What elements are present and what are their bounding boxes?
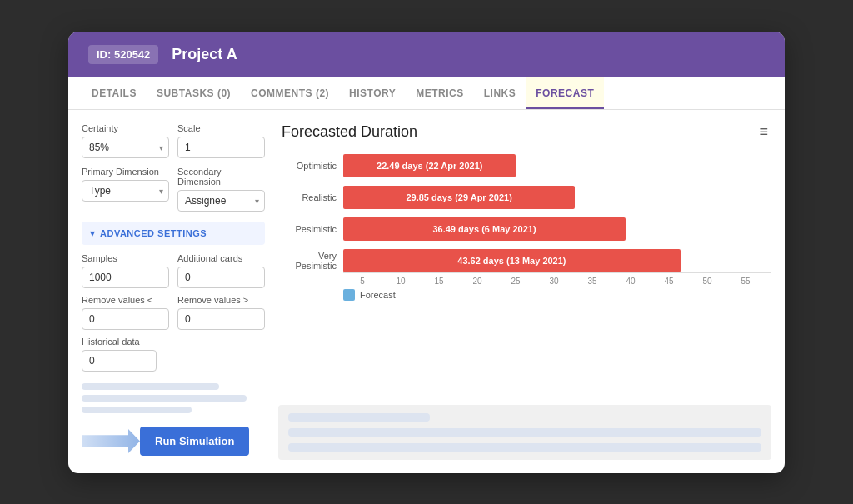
main-card: ID: 520542 Project A DETAILS SUBTASKS (0… bbox=[68, 32, 785, 473]
historical-label: Historical data bbox=[82, 337, 265, 347]
bar-row: Pesimistic36.49 days (6 May 2021) bbox=[278, 217, 765, 241]
bottom-skeleton-line-1 bbox=[288, 413, 430, 422]
primary-label: Primary Dimension bbox=[82, 167, 169, 177]
primary-select-wrap: Type bbox=[82, 180, 169, 202]
bar-fill: 43.62 days (13 May 2021) bbox=[343, 249, 681, 272]
additional-cards-group: Additional cards bbox=[177, 253, 265, 288]
remove-less-group: Remove values < bbox=[82, 295, 169, 330]
advanced-settings-toggle[interactable]: ▾ ADVANCED SETTINGS bbox=[82, 222, 265, 245]
bar-track: 43.62 days (13 May 2021) bbox=[343, 249, 765, 272]
scale-group: Scale bbox=[177, 123, 265, 158]
x-axis: 510152025303540455055 bbox=[343, 272, 771, 286]
samples-label: Samples bbox=[82, 253, 169, 263]
remove-less-label: Remove values < bbox=[82, 295, 169, 305]
scale-input[interactable] bbox=[177, 137, 265, 158]
samples-cards-row: Samples Additional cards bbox=[82, 253, 265, 288]
certainty-select[interactable]: 85% bbox=[82, 137, 169, 158]
tab-comments[interactable]: COMMENTS (2) bbox=[241, 77, 339, 109]
legend-row: Forecast bbox=[343, 289, 771, 301]
run-simulation-button[interactable]: Run Simulation bbox=[140, 427, 249, 456]
x-tick: 5 bbox=[343, 277, 382, 286]
bar-value-text: 43.62 days (13 May 2021) bbox=[457, 256, 566, 266]
remove-greater-input[interactable] bbox=[177, 308, 265, 330]
legend-label: Forecast bbox=[360, 290, 396, 300]
x-tick: 15 bbox=[420, 277, 458, 286]
tab-history[interactable]: HISTORY bbox=[339, 77, 406, 109]
project-id: ID: 520542 bbox=[88, 45, 158, 64]
historical-input[interactable] bbox=[82, 350, 157, 372]
certainty-label: Certainty bbox=[82, 123, 169, 133]
secondary-label: Secondary Dimension bbox=[177, 167, 265, 187]
project-title: Project A bbox=[172, 46, 237, 63]
card-header: ID: 520542 Project A bbox=[68, 32, 785, 77]
tab-subtasks[interactable]: SUBTASKS (0) bbox=[147, 77, 241, 109]
bar-fill: 22.49 days (22 Apr 2021) bbox=[343, 154, 516, 177]
bottom-skeleton-line-2 bbox=[288, 428, 761, 437]
x-tick: 30 bbox=[535, 277, 573, 286]
x-tick: 35 bbox=[573, 277, 611, 286]
skeleton-line-2 bbox=[82, 395, 247, 402]
primary-select[interactable]: Type bbox=[82, 180, 169, 202]
chart-area: Optimistic22.49 days (22 Apr 2021)Realis… bbox=[278, 151, 771, 393]
bar-row: Optimistic22.49 days (22 Apr 2021) bbox=[278, 154, 765, 177]
chart-header: Forecasted Duration ≡ bbox=[278, 123, 771, 144]
x-tick: 45 bbox=[650, 277, 688, 286]
skeleton-line-1 bbox=[82, 383, 219, 390]
bar-value-text: 36.49 days (6 May 2021) bbox=[432, 224, 536, 234]
tabs-bar: DETAILS SUBTASKS (0) COMMENTS (2) HISTOR… bbox=[68, 77, 785, 110]
x-tick: 10 bbox=[382, 277, 420, 286]
bar-label: Realistic bbox=[278, 192, 337, 202]
tab-details[interactable]: DETAILS bbox=[82, 77, 147, 109]
bar-value-text: 22.49 days (22 Apr 2021) bbox=[377, 161, 482, 171]
x-tick: 20 bbox=[458, 277, 496, 286]
run-simulation-row: Run Simulation bbox=[82, 427, 265, 457]
remove-greater-group: Remove values > bbox=[177, 295, 265, 330]
chevron-down-icon: ▾ bbox=[90, 227, 95, 239]
bar-label: Very Pesimistic bbox=[278, 251, 337, 271]
historical-group: Historical data bbox=[82, 337, 265, 372]
x-tick: 50 bbox=[688, 277, 726, 286]
bar-row: Very Pesimistic43.62 days (13 May 2021) bbox=[278, 249, 765, 272]
samples-input[interactable] bbox=[82, 267, 169, 288]
x-tick: 55 bbox=[726, 277, 765, 286]
remove-values-row: Remove values < Remove values > bbox=[82, 295, 265, 330]
secondary-select[interactable]: Assignee bbox=[177, 190, 265, 212]
additional-cards-input[interactable] bbox=[177, 267, 265, 288]
bar-row: Realistic29.85 days (29 Apr 2021) bbox=[278, 186, 765, 209]
secondary-group: Secondary Dimension Assignee bbox=[177, 167, 265, 212]
bar-chart: Optimistic22.49 days (22 Apr 2021)Realis… bbox=[278, 154, 771, 272]
certainty-scale-row: Certainty 85% Scale bbox=[82, 123, 265, 158]
bar-track: 29.85 days (29 Apr 2021) bbox=[343, 186, 765, 209]
samples-group: Samples bbox=[82, 253, 169, 288]
bar-label: Pesimistic bbox=[278, 224, 337, 234]
bar-fill: 29.85 days (29 Apr 2021) bbox=[343, 186, 575, 209]
arrow-icon bbox=[82, 427, 140, 457]
dimension-row: Primary Dimension Type Secondary Dimensi… bbox=[82, 167, 265, 212]
chart-title: Forecasted Duration bbox=[282, 123, 417, 141]
primary-group: Primary Dimension Type bbox=[82, 167, 169, 212]
legend-color-swatch bbox=[343, 289, 355, 301]
additional-cards-label: Additional cards bbox=[177, 253, 265, 263]
bar-label: Optimistic bbox=[278, 161, 337, 171]
bottom-skeleton bbox=[278, 405, 771, 460]
advanced-settings-label: ADVANCED SETTINGS bbox=[100, 228, 207, 238]
tab-metrics[interactable]: METRICS bbox=[406, 77, 474, 109]
tab-links[interactable]: LINKS bbox=[474, 77, 526, 109]
menu-icon[interactable]: ≡ bbox=[759, 123, 768, 141]
bar-fill: 36.49 days (6 May 2021) bbox=[343, 217, 626, 241]
right-panel: Forecasted Duration ≡ Optimistic22.49 da… bbox=[278, 123, 771, 460]
tab-forecast[interactable]: FORECAST bbox=[526, 77, 604, 109]
bar-track: 22.49 days (22 Apr 2021) bbox=[343, 154, 765, 177]
scale-label: Scale bbox=[177, 123, 265, 133]
bar-value-text: 29.85 days (29 Apr 2021) bbox=[406, 192, 511, 202]
skeleton-placeholder bbox=[82, 383, 265, 413]
remove-less-input[interactable] bbox=[82, 308, 169, 330]
certainty-select-wrap: 85% bbox=[82, 137, 169, 158]
bottom-skeleton-line-3 bbox=[288, 443, 761, 452]
certainty-group: Certainty 85% bbox=[82, 123, 169, 158]
bar-track: 36.49 days (6 May 2021) bbox=[343, 217, 765, 241]
card-body: Certainty 85% Scale Primary Dimension bbox=[68, 110, 785, 473]
x-tick: 25 bbox=[496, 277, 535, 286]
skeleton-line-3 bbox=[82, 407, 192, 413]
advanced-body: Samples Additional cards Remove values < bbox=[82, 253, 265, 372]
